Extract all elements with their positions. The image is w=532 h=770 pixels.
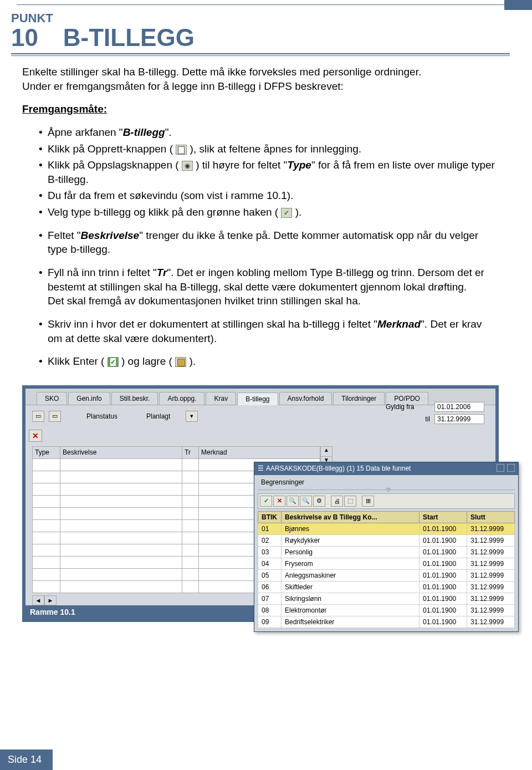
list-item: Skriv inn i hvor det er dokumentert at s… [39,317,499,345]
planstatus-value: Planlagt [146,412,170,420]
tab-btillegg[interactable]: B-tillegg [237,392,278,405]
print-button[interactable]: 🖨 [331,496,343,507]
delete-button[interactable]: ✕ [29,430,42,442]
popup-results-table: BTIK Beskrivelse av B Tillegg Ko... Star… [258,511,515,628]
list-item: Klikk på Oppslagsknappen ( ) til høyre f… [39,158,499,186]
gyldig-fra-value[interactable]: 01.01.2006 [434,402,484,412]
list-item: Åpne arkfanen "B-tillegg". [39,125,499,140]
divider [11,55,510,56]
minimize-icon[interactable] [497,464,504,472]
col-start: Start [420,511,467,523]
scroll-left-icon[interactable]: ◄ [32,595,44,605]
export-button[interactable]: ⬚ [344,496,356,507]
popup-row[interactable]: 04Fryserom01.01.190031.12.9999 [258,558,515,569]
new-record-button[interactable]: ▭ [32,411,44,422]
procedure-list: Klikk Enter ( ) og lagre ( ). [39,354,499,369]
popup-title: AARSAKSKODE(B-tillegg) (1) 15 Data ble f… [266,465,495,472]
page-footer: Side 14 [0,749,53,770]
procedure-list: Åpne arkfanen "B-tillegg". Klikk på Oppr… [39,125,499,220]
close-icon[interactable] [507,464,515,472]
tab-krav[interactable]: Krav [206,392,236,405]
copy-button[interactable]: ▭ [49,411,61,422]
find-button[interactable]: 🔍 [287,496,299,507]
planstatus-label: Planstatus [86,412,131,420]
save-icon [175,357,186,367]
popup-row[interactable]: 01Bjønnes01.01.190031.12.9999 [258,523,515,534]
col-desc: Beskrivelse av B Tillegg Ko... [282,511,420,523]
accept-button[interactable]: ✓ [260,496,272,507]
tab-stillbeskr[interactable]: Still.beskr. [111,392,158,405]
scroll-right-icon[interactable]: ► [44,595,57,605]
popup-row[interactable]: 06Skiftleder01.01.190031.12.9999 [258,581,515,593]
decorative-header-bar [504,0,532,10]
intro-text: Under er fremgangsmåten for å legge inn … [22,80,344,92]
lookup-icon [182,161,193,171]
procedure-heading: Fremgangsmåte: [22,103,107,115]
col-merknad: Merknad [199,446,320,458]
page-title: B-TILLEGG [63,26,195,50]
popup-title-icon: ☰ [258,465,264,472]
popup-row[interactable]: 08Elektromontør01.01.190031.12.9999 [258,604,515,616]
enter-icon [108,357,119,367]
til-label: til [386,415,430,423]
list-item: Klikk Enter ( ) og lagre ( ). [39,354,499,369]
cancel-button[interactable]: ✕ [273,496,285,507]
gyldig-fra-label: Gyldig fra [386,403,430,411]
list-item: Klikk på Opprett-knappen ( ), slik at fe… [39,142,499,156]
scroll-up-icon[interactable]: ▲ [321,447,332,457]
col-beskrivelse: Beskrivelse [60,446,182,458]
tab-sko[interactable]: SKO [37,392,67,405]
col-tr: Tr [182,446,199,458]
dropdown-icon[interactable]: ▾ [186,411,198,422]
find-next-button[interactable]: 🔍 [300,496,312,507]
popup-row[interactable]: 05Anleggsmaskiner01.01.190031.12.9999 [258,569,515,581]
popup-row[interactable]: 02Røykdykker01.01.190031.12.9999 [258,534,515,546]
restrictions-label: Begrensninger [258,478,515,486]
procedure-list: Feltet "Beskrivelse" trenger du ikke å t… [39,228,499,257]
tab-tilordninger[interactable]: Tilordninger [333,392,385,405]
popup-toolbar: ✓ ✕ 🔍 🔍 ⚙ 🖨 ⬚ ⊞ [258,493,515,509]
til-value[interactable]: 31.12.9999 [434,414,484,424]
tab-ansvforhold[interactable]: Ansv.forhold [279,392,332,405]
procedure-list: Skriv inn i hvor det er dokumentert at s… [39,317,499,345]
col-slutt: Slutt [467,511,515,523]
lookup-popup: ☰ AARSAKSKODE(B-tillegg) (1) 15 Data ble… [254,462,519,632]
procedure-list: Fyll nå inn trinn i feltet "Tr". Det er … [39,266,499,308]
popup-row[interactable]: 07Sikringslønn01.01.190031.12.9999 [258,593,515,604]
collapse-icon[interactable]: ▽ [386,487,391,493]
list-item: Feltet "Beskrivelse" trenger du ikke å t… [39,228,499,257]
divider [11,53,510,54]
punkt-number: 10 [11,26,53,50]
list-item: Fyll nå inn trinn i feltet "Tr". Det er … [39,266,499,308]
tab-geninfo[interactable]: Gen.info [68,392,110,405]
filter-button[interactable]: ⚙ [313,496,325,507]
list-item: Velg type b-tillegg og klikk på den grøn… [39,205,499,220]
green-check-icon [281,208,292,218]
tab-arboppg[interactable]: Arb.oppg. [159,392,204,405]
layout-button[interactable]: ⊞ [362,496,374,507]
new-record-icon [176,145,187,155]
popup-row[interactable]: 03Personlig01.01.190031.12.9999 [258,546,515,558]
col-type: Type [33,446,60,458]
intro-text: Enkelte stillinger skal ha B-tillegg. De… [22,66,421,78]
list-item: Du får da frem et søkevindu (som vist i … [39,188,499,203]
screenshot-frame: SKO Gen.info Still.beskr. Arb.oppg. Krav… [22,385,499,622]
popup-row[interactable]: 09Bedriftselektriker01.01.190031.12.9999 [258,616,515,628]
col-btik: BTIK [258,511,282,523]
